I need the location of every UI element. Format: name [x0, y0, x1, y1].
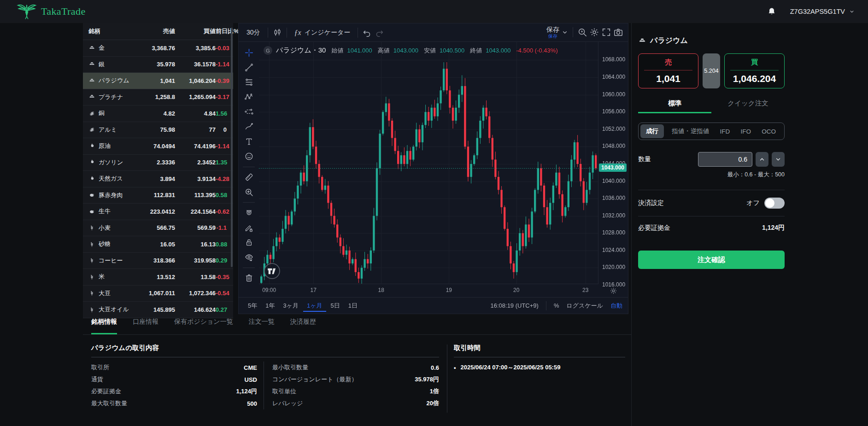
- watchlist-row[interactable]: パラジウム1,0411,046.204-0.39: [83, 73, 233, 89]
- quick-search-icon[interactable]: [577, 27, 587, 37]
- buy-button[interactable]: 買 1,046.204: [724, 53, 785, 88]
- detail-value: 500: [247, 400, 257, 407]
- buy-value: 569.59: [175, 224, 216, 231]
- watchlist-row[interactable]: ガソリン2.33362.34521.35: [83, 155, 233, 171]
- forecast-icon[interactable]: [242, 106, 255, 118]
- phoenix-logo-icon: [17, 3, 37, 20]
- percent-scale-button[interactable]: %: [554, 302, 559, 309]
- undo-icon[interactable]: [362, 28, 372, 38]
- bottom-tab-決済履歴[interactable]: 決済履歴: [290, 318, 316, 334]
- fib-icon[interactable]: [242, 76, 255, 88]
- price-axis[interactable]: 1068.0001064.0001060.0001056.0001052.000…: [598, 42, 628, 284]
- zoom-in-icon[interactable]: [242, 186, 255, 198]
- watchlist-row[interactable]: 銅4.824.841.56: [83, 105, 233, 122]
- account-menu[interactable]: Z7G32APS5G1TV: [790, 8, 855, 15]
- chart-toolbar-left: 30分 ƒx インジケーター: [243, 27, 384, 39]
- snapshot-camera-icon[interactable]: [613, 27, 623, 37]
- order-tab-標準[interactable]: 標準: [638, 99, 711, 113]
- order-type-成行[interactable]: 成行: [640, 124, 664, 138]
- order-tab-クイック注文[interactable]: クイック注文: [711, 99, 785, 113]
- chart-settings-gear-icon[interactable]: [589, 27, 599, 37]
- instrument-name: 米: [99, 273, 105, 281]
- quantity-decrease-button[interactable]: [772, 152, 785, 167]
- hide-drawings-icon[interactable]: [242, 251, 255, 263]
- measure-icon[interactable]: [242, 171, 255, 183]
- order-type-OCO[interactable]: OCO: [759, 125, 779, 138]
- order-type-IFO[interactable]: IFO: [738, 125, 754, 138]
- timeframe-1日[interactable]: 1日: [345, 300, 361, 312]
- watchlist-row[interactable]: 大豆1,067.0111,072.346-0.54: [83, 286, 233, 302]
- sell-button[interactable]: 売 1,041: [638, 53, 698, 88]
- instrument-name: ガソリン: [99, 158, 123, 167]
- bottom-tab-銘柄情報[interactable]: 銘柄情報: [91, 318, 117, 334]
- timeframe-bar-right: 16:08:19 (UTC+9) % ログスケール 自動: [490, 301, 622, 310]
- watchlist-row[interactable]: 生牛223.0412224.1564-0.62: [83, 204, 233, 220]
- indicators-button[interactable]: ƒx インジケーター: [291, 27, 354, 39]
- order-type-指値・逆指値[interactable]: 指値・逆指値: [669, 124, 712, 138]
- watchlist-row[interactable]: 米13.51213.58-0.35: [83, 269, 233, 286]
- quantity-increase-button[interactable]: [756, 152, 768, 167]
- watchlist-row[interactable]: 小麦566.75569.59-1.1: [83, 220, 233, 237]
- axis-settings-gear-icon[interactable]: [610, 287, 617, 295]
- save-menu-chevron-icon[interactable]: [561, 29, 569, 36]
- redo-icon[interactable]: [374, 28, 384, 38]
- order-confirm-button[interactable]: 注文確認: [638, 251, 785, 269]
- open-value: 1041.000: [347, 47, 372, 54]
- watchlist-row[interactable]: プラチナ1,258.81,265.094-3.17: [83, 89, 233, 106]
- buy-price: 1,046.204: [733, 73, 776, 84]
- trendline-icon[interactable]: [242, 61, 255, 73]
- watchlist-row[interactable]: 銀35.97836.1578-1.14: [83, 57, 233, 73]
- margin-row: 必要証拠金 1,124円: [638, 216, 785, 239]
- crosshair-icon[interactable]: [242, 47, 255, 58]
- text-icon[interactable]: [242, 135, 255, 147]
- watchlist-row[interactable]: 原油74.049474.4196-1.14: [83, 138, 233, 155]
- timeframe-5日[interactable]: 5日: [327, 300, 344, 312]
- watchlist-row[interactable]: 大豆オイル145.895146.6240.27: [83, 302, 233, 318]
- xabcd-icon[interactable]: [242, 91, 255, 103]
- quantity-input[interactable]: [698, 152, 752, 167]
- watchlist-row[interactable]: 豚赤身肉112.831113.3950.58: [83, 187, 233, 204]
- time-axis[interactable]: 09:001718192023: [259, 284, 598, 297]
- watchlist-row[interactable]: アルミ75.98770: [83, 122, 233, 139]
- chart-plot[interactable]: G パラジウム・30 始値1041.000 高値1043.000 安値1040.…: [259, 42, 598, 284]
- auto-scale-button[interactable]: 自動: [610, 302, 622, 310]
- instrument-name: 砂糖: [99, 240, 111, 248]
- settlement-toggle[interactable]: [764, 198, 785, 209]
- tradingview-logo[interactable]: [264, 263, 281, 280]
- buy-value: 319.958: [175, 257, 216, 264]
- order-type-IFD[interactable]: IFD: [717, 125, 733, 138]
- watchlist-scrollbar[interactable]: [231, 28, 233, 267]
- sell-value: 35.978: [142, 61, 175, 68]
- watchlist-row[interactable]: コーヒー318.366319.9580.29: [83, 253, 233, 269]
- interval-button[interactable]: 30分: [243, 27, 264, 39]
- candle-style-icon[interactable]: [272, 28, 282, 38]
- magnet-icon[interactable]: [242, 207, 255, 219]
- timeframe-1年[interactable]: 1年: [262, 300, 278, 312]
- brush-icon[interactable]: [242, 121, 255, 133]
- fullscreen-icon[interactable]: [601, 27, 611, 37]
- watchlist-row[interactable]: 天然ガス3.8943.9134-4.28: [83, 171, 233, 187]
- timeframe-1ヶ月[interactable]: 1ヶ月: [303, 300, 326, 312]
- lock-all-icon[interactable]: [242, 237, 255, 249]
- save-button[interactable]: 保存 保存: [546, 26, 559, 38]
- watchlist-row[interactable]: 金3,368.763,385.6-0.03: [83, 40, 233, 57]
- clock[interactable]: 16:08:19 (UTC+9): [490, 302, 538, 309]
- timeframe-3ヶ月[interactable]: 3ヶ月: [279, 300, 302, 312]
- timeframe-5年[interactable]: 5年: [244, 300, 261, 312]
- watchlist-row[interactable]: 砂糖16.0516.130.88: [83, 236, 233, 253]
- detail-value: USD: [245, 376, 257, 383]
- notifications-bell-icon[interactable]: [767, 7, 776, 16]
- remove-drawings-icon[interactable]: [242, 272, 255, 284]
- brand[interactable]: TakaTrade: [17, 3, 86, 20]
- instrument-details: パラジウムの取引内容 取引所CME通貨USD必要証拠金1,124円最大取引数量5…: [91, 344, 439, 409]
- bottom-tab-保有ポジション一覧[interactable]: 保有ポジション一覧: [174, 318, 233, 334]
- legend-symbol[interactable]: パラジウム・30: [276, 46, 326, 55]
- drawing-lock-icon[interactable]: [242, 222, 255, 233]
- margin-value: 1,124円: [762, 224, 785, 232]
- bottom-tab-注文一覧[interactable]: 注文一覧: [249, 318, 275, 334]
- emoji-icon[interactable]: [242, 151, 255, 163]
- candlestick-canvas[interactable]: [259, 42, 598, 284]
- order-panel: パラジウム 売 1,041 5.204 買 1,046.204 標準クイック注文…: [631, 23, 868, 426]
- bottom-tab-口座情報[interactable]: 口座情報: [133, 318, 158, 334]
- log-scale-button[interactable]: ログスケール: [566, 302, 603, 310]
